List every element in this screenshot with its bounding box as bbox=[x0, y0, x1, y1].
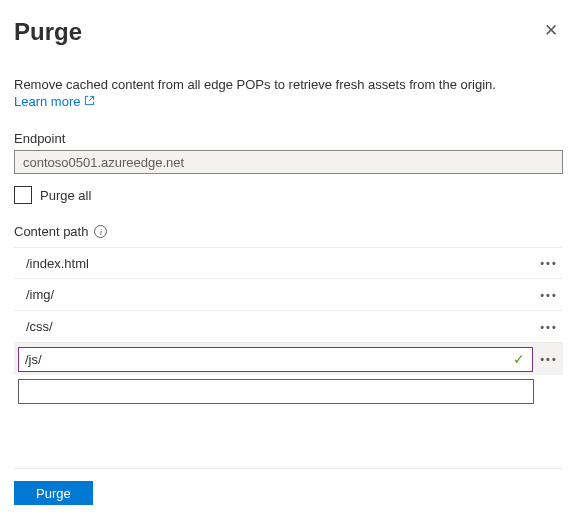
path-text: /img/ bbox=[14, 287, 535, 302]
path-row-active[interactable]: ✓ ••• bbox=[14, 343, 563, 375]
content-path-list: /index.html ••• /img/ ••• /css/ ••• ✓ ••… bbox=[14, 247, 563, 404]
ellipsis-icon: ••• bbox=[540, 321, 558, 333]
panel-title: Purge bbox=[14, 18, 82, 46]
content-path-label: Content path bbox=[14, 224, 88, 239]
path-text: /index.html bbox=[14, 256, 535, 271]
more-button[interactable]: ••• bbox=[535, 343, 563, 375]
more-button[interactable]: ••• bbox=[535, 247, 563, 279]
ellipsis-icon: ••• bbox=[540, 353, 558, 365]
more-button[interactable]: ••• bbox=[535, 279, 563, 311]
path-row-empty[interactable] bbox=[14, 379, 563, 404]
purge-button[interactable]: Purge bbox=[14, 481, 93, 505]
info-icon[interactable]: i bbox=[94, 225, 107, 238]
more-button[interactable]: ••• bbox=[535, 311, 563, 343]
ellipsis-icon: ••• bbox=[540, 257, 558, 269]
path-input-empty[interactable] bbox=[18, 379, 534, 404]
endpoint-label: Endpoint bbox=[14, 131, 563, 146]
path-text: /css/ bbox=[14, 319, 535, 334]
endpoint-input[interactable] bbox=[14, 150, 563, 174]
description-text: Remove cached content from all edge POPs… bbox=[14, 76, 563, 94]
ellipsis-icon: ••• bbox=[540, 289, 558, 301]
purge-all-checkbox[interactable] bbox=[14, 186, 32, 204]
path-input-active[interactable] bbox=[18, 347, 533, 372]
purge-all-row[interactable]: Purge all bbox=[14, 186, 563, 204]
learn-more-link[interactable]: Learn more bbox=[14, 94, 95, 109]
external-link-icon bbox=[84, 95, 95, 108]
close-button[interactable]: ✕ bbox=[539, 18, 563, 42]
learn-more-label: Learn more bbox=[14, 94, 80, 109]
path-row[interactable]: /index.html ••• bbox=[14, 247, 563, 279]
path-row[interactable]: /css/ ••• bbox=[14, 311, 563, 343]
close-icon: ✕ bbox=[544, 20, 558, 41]
path-row[interactable]: /img/ ••• bbox=[14, 279, 563, 311]
purge-all-label: Purge all bbox=[40, 188, 91, 203]
